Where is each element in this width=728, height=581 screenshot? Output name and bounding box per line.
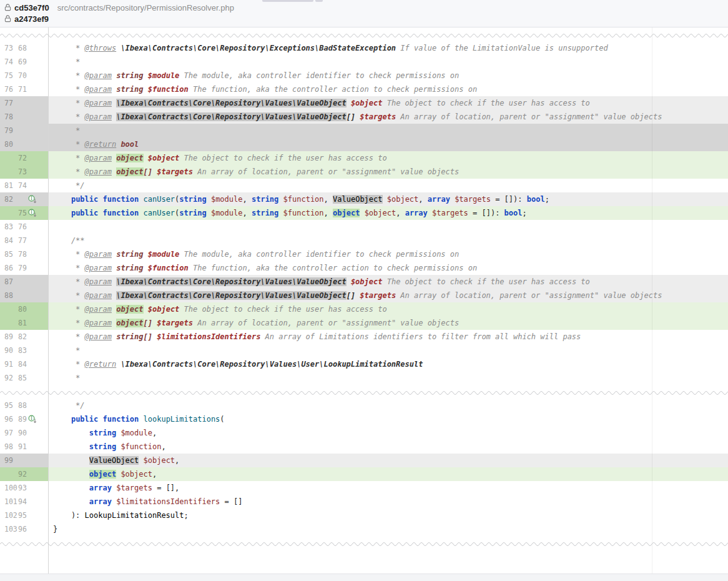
old-line-number: 79 (4, 124, 13, 137)
collapsed-region-separator[interactable] (0, 536, 728, 550)
line-number-gutter: 8679 (0, 261, 49, 275)
code-line[interactable]: 9790 string $module, (0, 426, 728, 440)
new-line-number: 69 (18, 55, 27, 69)
new-line-number: 91 (18, 440, 27, 454)
old-line-number: 86 (4, 261, 13, 275)
new-line-number: 76 (18, 220, 27, 234)
code-line[interactable]: 8376 (0, 220, 728, 234)
code-line[interactable]: 99 ValueObject $object, (0, 454, 728, 467)
old-line-number: 73 (4, 41, 13, 55)
new-line-number: 74 (18, 179, 27, 192)
new-line-number: 90 (18, 426, 27, 440)
code-line[interactable]: 8679 * @param string $function The funct… (0, 261, 728, 275)
line-number-gutter: 77 (0, 96, 49, 110)
line-number-gutter: 92 (0, 467, 49, 481)
new-line-number: 72 (18, 151, 27, 165)
old-line-number: 74 (4, 55, 13, 69)
line-number-gutter: 9790 (0, 426, 49, 440)
old-line-number: 87 (4, 275, 13, 289)
line-number-gutter: 81 (0, 316, 49, 330)
code-line[interactable]: 81 * @param object[] $targets An array o… (0, 316, 728, 330)
code-line[interactable]: 78 * @param \Ibexa\Contracts\Core\Reposi… (0, 110, 728, 124)
code-line[interactable]: 9891 string $function, (0, 440, 728, 454)
line-number-gutter: 8982 (0, 330, 49, 344)
code-line[interactable]: 87 * @param \Ibexa\Contracts\Core\Reposi… (0, 275, 728, 289)
code-line[interactable]: 9285 * (0, 371, 728, 385)
code-line[interactable]: 82I public function canUser(string $modu… (0, 192, 728, 206)
code-line[interactable]: 80 * @return bool (0, 137, 728, 151)
code-line[interactable]: 8174 */ (0, 179, 728, 192)
old-line-number: 90 (4, 344, 13, 357)
code-text: public function canUser(string $module, … (49, 206, 527, 220)
code-line[interactable]: 7368 * @throws \Ibexa\Contracts\Core\Rep… (0, 41, 728, 55)
line-number-gutter: 82I (0, 192, 49, 206)
code-text (49, 220, 53, 234)
old-line-number: 103 (4, 522, 17, 536)
implemented-method-icon[interactable]: I (28, 209, 37, 221)
line-number-gutter: 9083 (0, 344, 49, 357)
line-number-gutter: 7671 (0, 82, 49, 96)
code-line[interactable]: 7469 * (0, 55, 728, 69)
line-number-gutter: 75I (0, 206, 49, 220)
code-line[interactable]: 10295 ): LookupLimitationResult; (0, 509, 728, 522)
code-text: * @throws \Ibexa\Contracts\Core\Reposito… (49, 41, 608, 55)
old-line-number: 96 (4, 412, 13, 426)
file-path: src/contracts/Repository/PermissionResol… (57, 3, 234, 12)
old-line-number: 82 (4, 192, 13, 206)
code-text: ValueObject $object, (49, 454, 179, 467)
old-line-number: 98 (4, 440, 13, 454)
implemented-method-icon[interactable]: I (28, 415, 37, 427)
code-line[interactable]: 75I public function canUser(string $modu… (0, 206, 728, 220)
old-line-number: 76 (4, 82, 13, 96)
old-line-number: 95 (4, 399, 13, 412)
code-line[interactable]: 9184 * @return \Ibexa\Contracts\Core\Rep… (0, 357, 728, 371)
code-line[interactable]: 73 * @param object[] $targets An array o… (0, 165, 728, 179)
line-number-gutter: 9689I (0, 412, 49, 426)
scrollbar-mark (315, 0, 323, 2)
code-text: * @param string $function The function, … (49, 261, 477, 275)
new-line-number: 81 (18, 316, 27, 330)
code-text: /** (49, 234, 85, 247)
code-line[interactable]: 10396} (0, 522, 728, 536)
code-line[interactable]: 10194 array $limitationsIdentifiers = [] (0, 495, 728, 509)
code-line[interactable]: 92 object $object, (0, 467, 728, 481)
code-text: * @return bool (49, 137, 139, 151)
new-line-number: 94 (18, 495, 27, 509)
old-line-number: 97 (4, 426, 13, 440)
code-line[interactable]: 77 * @param \Ibexa\Contracts\Core\Reposi… (0, 96, 728, 110)
new-line-number: 73 (18, 165, 27, 179)
old-line-number: 81 (4, 179, 13, 192)
new-line-number: 85 (18, 371, 27, 385)
commit-hash-2: a2473ef9 (14, 14, 49, 24)
code-line[interactable]: 9588 */ (0, 399, 728, 412)
code-text: * @param string $module The module, aka … (49, 69, 459, 82)
new-line-number: 75 (18, 206, 27, 220)
svg-text:I: I (31, 415, 32, 421)
diff-header: cd53e7f0 src/contracts/Repository/Permis… (0, 0, 728, 27)
code-line[interactable]: 72 * @param object $object The object to… (0, 151, 728, 165)
code-line[interactable]: 80 * @param object $object The object to… (0, 302, 728, 316)
line-number-gutter: 7570 (0, 69, 49, 82)
code-text: string $function, (49, 440, 166, 454)
implemented-method-icon[interactable]: I (28, 195, 37, 207)
code-line[interactable]: 8982 * @param string[] $limitationsIdent… (0, 330, 728, 344)
code-line[interactable]: 7570 * @param string $module The module,… (0, 69, 728, 82)
code-line[interactable]: 88 * @param \Ibexa\Contracts\Core\Reposi… (0, 289, 728, 302)
code-line[interactable]: 10093 array $targets = [], (0, 481, 728, 495)
bottom-panel-strip (0, 574, 728, 581)
line-number-gutter: 8477 (0, 234, 49, 247)
collapsed-region-separator[interactable] (0, 385, 728, 399)
code-line[interactable]: 7671 * @param string $function The funct… (0, 82, 728, 96)
line-number-gutter: 88 (0, 289, 49, 302)
new-line-number: 95 (18, 509, 27, 522)
code-line[interactable]: 9689I public function lookupLimitations( (0, 412, 728, 426)
code-line[interactable]: 8578 * @param string $module The module,… (0, 247, 728, 261)
code-line[interactable]: 8477 /** (0, 234, 728, 247)
code-line[interactable]: 9083 * (0, 344, 728, 357)
line-number-gutter: 9184 (0, 357, 49, 371)
code-line[interactable]: 79 * (0, 124, 728, 137)
commit-ref-2: a2473ef9 (4, 13, 49, 25)
new-line-number: 68 (18, 41, 27, 55)
line-number-gutter: 80 (0, 302, 49, 316)
collapsed-region-separator[interactable] (0, 27, 728, 41)
